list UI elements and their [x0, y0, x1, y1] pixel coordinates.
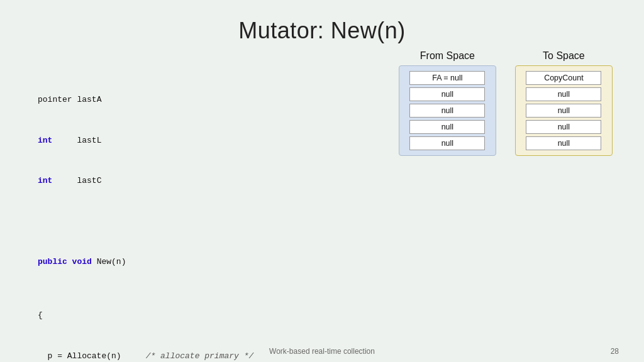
to-space-label: To Space [516, 50, 611, 62]
code-block: pointer lastA int lastL int lastC public… [38, 53, 386, 362]
footer-center-text: Work-based real-time collection [0, 347, 644, 356]
to-cell-2: null [526, 104, 601, 118]
code-panel: pointer lastA int lastL int lastC public… [38, 50, 386, 362]
decl-keyword-2: int [38, 136, 52, 145]
decl-type-1: pointer [38, 95, 77, 104]
decl-name-1: lastA [77, 95, 101, 104]
declaration-1: pointer lastA [38, 93, 386, 106]
decl-name-2: lastL [77, 136, 101, 145]
footer: Work-based real-time collection 28 [0, 347, 644, 356]
from-cell-0: FA = null [409, 71, 485, 85]
declaration-3: int lastC [38, 174, 386, 187]
slide: Mutator: New(n) pointer lastA int lastL … [0, 0, 644, 362]
to-cell-3: null [526, 120, 601, 134]
sig-keyword: public void [38, 257, 92, 266]
to-cell-0: CopyCount [526, 71, 601, 85]
diagram-panel: From Space FA = null null null null null… [399, 50, 613, 156]
from-cell-1: null [409, 87, 485, 101]
from-space-box: FA = null null null null null [399, 65, 496, 156]
from-cell-2: null [409, 104, 485, 118]
footer-page-number: 28 [611, 347, 619, 356]
decl-name-3: lastC [77, 176, 101, 185]
function-sig: public void New(n) [38, 255, 386, 268]
slide-title: Mutator: New(n) [238, 18, 406, 44]
to-cell-1: null [526, 87, 601, 101]
from-space-label: From Space [400, 50, 494, 62]
to-space-col: To Space CopyCount null null null null [515, 50, 613, 156]
declaration-2: int lastL [38, 134, 386, 147]
code-line-open: { [38, 309, 386, 322]
to-space-box: CopyCount null null null null [515, 65, 613, 156]
decl-keyword-3: int [38, 176, 52, 185]
content-area: pointer lastA int lastL int lastC public… [0, 50, 644, 362]
from-cell-3: null [409, 120, 485, 134]
from-cell-4: null [409, 136, 485, 150]
to-cell-4: null [526, 136, 601, 150]
from-space-col: From Space FA = null null null null null [399, 50, 496, 156]
spaces-row: From Space FA = null null null null null… [399, 50, 613, 156]
